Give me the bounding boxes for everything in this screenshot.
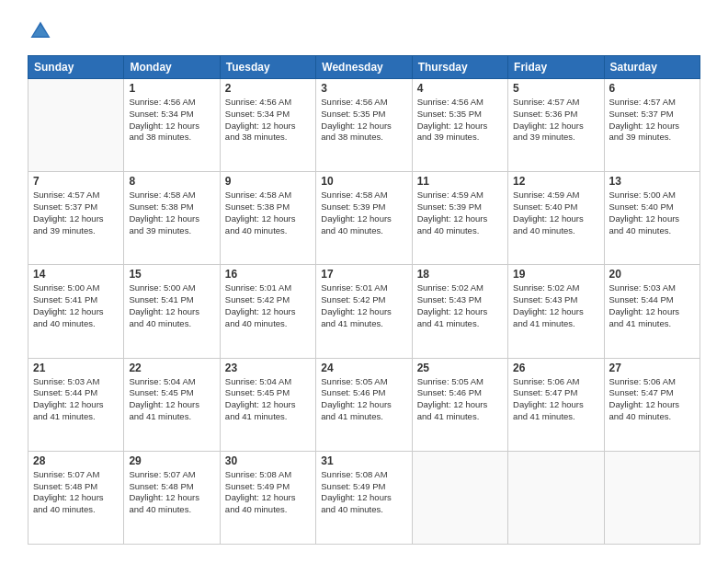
calendar-cell: 12Sunrise: 4:59 AM Sunset: 5:40 PM Dayli… — [508, 172, 604, 265]
calendar-cell: 4Sunrise: 4:56 AM Sunset: 5:35 PM Daylig… — [412, 79, 507, 172]
day-info: Sunrise: 4:56 AM Sunset: 5:34 PM Dayligh… — [129, 97, 214, 144]
calendar-cell: 23Sunrise: 5:04 AM Sunset: 5:45 PM Dayli… — [220, 358, 315, 451]
day-number: 1 — [129, 82, 214, 95]
day-info: Sunrise: 5:00 AM Sunset: 5:40 PM Dayligh… — [609, 190, 695, 236]
calendar-cell — [604, 451, 700, 544]
day-info: Sunrise: 4:56 AM Sunset: 5:35 PM Dayligh… — [321, 97, 406, 144]
calendar-cell: 26Sunrise: 5:06 AM Sunset: 5:47 PM Dayli… — [508, 358, 604, 451]
day-info: Sunrise: 5:08 AM Sunset: 5:49 PM Dayligh… — [321, 469, 406, 516]
calendar-cell: 30Sunrise: 5:08 AM Sunset: 5:49 PM Dayli… — [220, 451, 315, 544]
day-number: 23 — [225, 362, 311, 374]
day-number: 10 — [321, 175, 406, 188]
day-number: 9 — [225, 175, 311, 188]
day-info: Sunrise: 5:06 AM Sunset: 5:47 PM Dayligh… — [513, 376, 598, 423]
day-number: 2 — [225, 82, 311, 95]
day-number: 30 — [225, 454, 311, 467]
calendar-header-wednesday: Wednesday — [316, 56, 412, 79]
header — [28, 18, 700, 44]
day-info: Sunrise: 4:58 AM Sunset: 5:38 PM Dayligh… — [129, 190, 214, 236]
calendar-cell: 25Sunrise: 5:05 AM Sunset: 5:46 PM Dayli… — [412, 358, 507, 451]
calendar-cell: 16Sunrise: 5:01 AM Sunset: 5:42 PM Dayli… — [220, 265, 315, 358]
day-number: 6 — [609, 82, 695, 95]
day-number: 15 — [129, 268, 214, 281]
calendar-cell: 2Sunrise: 4:56 AM Sunset: 5:34 PM Daylig… — [220, 79, 315, 172]
calendar-week-row: 21Sunrise: 5:03 AM Sunset: 5:44 PM Dayli… — [28, 358, 700, 451]
day-number: 4 — [417, 82, 503, 95]
day-info: Sunrise: 5:01 AM Sunset: 5:42 PM Dayligh… — [225, 282, 311, 329]
day-number: 17 — [321, 268, 406, 281]
day-info: Sunrise: 4:56 AM Sunset: 5:34 PM Dayligh… — [225, 97, 311, 144]
day-number: 18 — [417, 268, 503, 281]
calendar-cell: 20Sunrise: 5:03 AM Sunset: 5:44 PM Dayli… — [604, 265, 700, 358]
logo-icon — [28, 18, 53, 44]
calendar-cell: 10Sunrise: 4:58 AM Sunset: 5:39 PM Dayli… — [316, 172, 412, 265]
calendar-cell — [28, 79, 124, 172]
calendar-cell: 28Sunrise: 5:07 AM Sunset: 5:48 PM Dayli… — [28, 451, 124, 544]
calendar-cell: 13Sunrise: 5:00 AM Sunset: 5:40 PM Dayli… — [604, 172, 700, 265]
calendar-cell — [508, 451, 604, 544]
calendar-cell: 21Sunrise: 5:03 AM Sunset: 5:44 PM Dayli… — [28, 358, 124, 451]
calendar-header-tuesday: Tuesday — [220, 56, 315, 79]
day-number: 22 — [129, 362, 214, 374]
calendar-week-row: 14Sunrise: 5:00 AM Sunset: 5:41 PM Dayli… — [28, 265, 700, 358]
calendar-cell: 18Sunrise: 5:02 AM Sunset: 5:43 PM Dayli… — [412, 265, 507, 358]
day-number: 24 — [321, 362, 406, 374]
day-info: Sunrise: 5:04 AM Sunset: 5:45 PM Dayligh… — [129, 376, 214, 423]
day-info: Sunrise: 4:59 AM Sunset: 5:39 PM Dayligh… — [417, 190, 503, 236]
day-number: 5 — [513, 82, 598, 95]
day-info: Sunrise: 5:05 AM Sunset: 5:46 PM Dayligh… — [321, 376, 406, 423]
day-info: Sunrise: 5:00 AM Sunset: 5:41 PM Dayligh… — [33, 282, 119, 329]
calendar-header-saturday: Saturday — [604, 56, 700, 79]
day-info: Sunrise: 5:06 AM Sunset: 5:47 PM Dayligh… — [609, 376, 695, 423]
calendar-cell: 24Sunrise: 5:05 AM Sunset: 5:46 PM Dayli… — [316, 358, 412, 451]
calendar-header-row: SundayMondayTuesdayWednesdayThursdayFrid… — [28, 56, 700, 79]
day-number: 31 — [321, 454, 406, 467]
calendar-week-row: 1Sunrise: 4:56 AM Sunset: 5:34 PM Daylig… — [28, 79, 700, 172]
day-number: 7 — [33, 175, 119, 188]
day-info: Sunrise: 5:02 AM Sunset: 5:43 PM Dayligh… — [513, 282, 598, 329]
calendar-cell: 22Sunrise: 5:04 AM Sunset: 5:45 PM Dayli… — [124, 358, 220, 451]
calendar-week-row: 7Sunrise: 4:57 AM Sunset: 5:37 PM Daylig… — [28, 172, 700, 265]
day-number: 19 — [513, 268, 598, 281]
day-info: Sunrise: 5:03 AM Sunset: 5:44 PM Dayligh… — [609, 282, 695, 329]
calendar-cell: 9Sunrise: 4:58 AM Sunset: 5:38 PM Daylig… — [220, 172, 315, 265]
day-number: 20 — [609, 268, 695, 281]
day-info: Sunrise: 5:00 AM Sunset: 5:41 PM Dayligh… — [129, 282, 214, 329]
day-info: Sunrise: 5:07 AM Sunset: 5:48 PM Dayligh… — [33, 469, 119, 516]
day-info: Sunrise: 4:57 AM Sunset: 5:37 PM Dayligh… — [609, 97, 695, 144]
calendar-cell: 1Sunrise: 4:56 AM Sunset: 5:34 PM Daylig… — [124, 79, 220, 172]
day-number: 27 — [609, 362, 695, 374]
day-info: Sunrise: 5:08 AM Sunset: 5:49 PM Dayligh… — [225, 469, 311, 516]
calendar-cell: 8Sunrise: 4:58 AM Sunset: 5:38 PM Daylig… — [124, 172, 220, 265]
calendar-cell — [412, 451, 507, 544]
day-number: 26 — [513, 362, 598, 374]
day-info: Sunrise: 4:59 AM Sunset: 5:40 PM Dayligh… — [513, 190, 598, 236]
day-number: 8 — [129, 175, 214, 188]
day-number: 28 — [33, 454, 119, 467]
calendar-cell: 15Sunrise: 5:00 AM Sunset: 5:41 PM Dayli… — [124, 265, 220, 358]
calendar-cell: 7Sunrise: 4:57 AM Sunset: 5:37 PM Daylig… — [28, 172, 124, 265]
day-number: 11 — [417, 175, 503, 188]
day-info: Sunrise: 4:56 AM Sunset: 5:35 PM Dayligh… — [417, 97, 503, 144]
day-number: 3 — [321, 82, 406, 95]
page: SundayMondayTuesdayWednesdayThursdayFrid… — [0, 0, 728, 563]
calendar-header-monday: Monday — [124, 56, 220, 79]
day-info: Sunrise: 5:04 AM Sunset: 5:45 PM Dayligh… — [225, 376, 311, 423]
day-info: Sunrise: 4:58 AM Sunset: 5:39 PM Dayligh… — [321, 190, 406, 236]
calendar-cell: 17Sunrise: 5:01 AM Sunset: 5:42 PM Dayli… — [316, 265, 412, 358]
calendar-header-thursday: Thursday — [412, 56, 507, 79]
day-info: Sunrise: 5:01 AM Sunset: 5:42 PM Dayligh… — [321, 282, 406, 329]
calendar-table: SundayMondayTuesdayWednesdayThursdayFrid… — [28, 55, 700, 545]
calendar-week-row: 28Sunrise: 5:07 AM Sunset: 5:48 PM Dayli… — [28, 451, 700, 544]
calendar-cell: 19Sunrise: 5:02 AM Sunset: 5:43 PM Dayli… — [508, 265, 604, 358]
calendar-cell: 11Sunrise: 4:59 AM Sunset: 5:39 PM Dayli… — [412, 172, 507, 265]
logo — [28, 18, 57, 44]
calendar-header-friday: Friday — [508, 56, 604, 79]
day-info: Sunrise: 4:57 AM Sunset: 5:36 PM Dayligh… — [513, 97, 598, 144]
svg-marker-1 — [33, 25, 49, 37]
day-number: 13 — [609, 175, 695, 188]
day-number: 14 — [33, 268, 119, 281]
calendar-cell: 3Sunrise: 4:56 AM Sunset: 5:35 PM Daylig… — [316, 79, 412, 172]
day-number: 25 — [417, 362, 503, 374]
calendar-cell: 31Sunrise: 5:08 AM Sunset: 5:49 PM Dayli… — [316, 451, 412, 544]
